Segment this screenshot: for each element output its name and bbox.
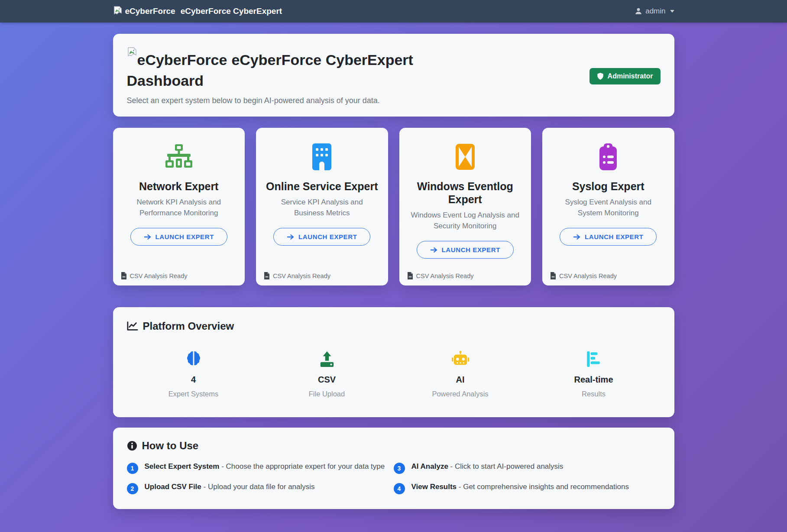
- step-number-badge: 1: [127, 463, 138, 474]
- caret-down-icon: [670, 10, 674, 13]
- administrator-badge: Administrator: [589, 68, 661, 84]
- stat-file-upload: CSV File Upload: [260, 350, 394, 398]
- launch-expert-button-online-service[interactable]: LAUNCH EXPERT: [273, 228, 370, 246]
- step-number-badge: 4: [394, 483, 405, 494]
- stat-value: AI: [456, 375, 465, 385]
- arrow-right-icon: [573, 234, 580, 240]
- arrow-right-icon: [430, 247, 437, 253]
- arrow-right-icon: [144, 234, 151, 240]
- stat-value: Real-time: [574, 375, 613, 385]
- file-csv-icon: [264, 272, 270, 279]
- launch-expert-button-syslog[interactable]: LAUNCH EXPERT: [560, 228, 657, 246]
- page-subtitle: Select an expert system below to begin A…: [127, 96, 456, 105]
- info-circle-icon: [127, 441, 137, 451]
- header-logo-alt: eCyberForce: [137, 52, 227, 68]
- step-number-badge: 3: [394, 463, 405, 474]
- stat-expert-systems: 4 Expert Systems: [127, 350, 260, 398]
- expert-card-description: Service KPI Analysis and Business Metric…: [264, 197, 380, 218]
- brain-icon: [186, 350, 201, 368]
- how-to-use-card: How to Use 1 Select Expert System - Choo…: [113, 428, 674, 509]
- navbar-brand-label: eCyberForce CyberExpert: [181, 6, 282, 16]
- step-number-badge: 2: [127, 483, 138, 494]
- csv-ready-status: CSV Analysis Ready: [550, 272, 617, 279]
- csv-ready-status: CSV Analysis Ready: [121, 272, 188, 279]
- robot-icon: [451, 350, 470, 368]
- stat-value: 4: [191, 375, 196, 385]
- navbar: eCyberForce eCyberForce CyberExpert admi…: [0, 0, 787, 23]
- launch-expert-button-windows-eventlog[interactable]: LAUNCH EXPERT: [417, 241, 514, 259]
- expert-card-network: Network Expert Network KPI Analysis and …: [113, 128, 245, 285]
- csv-ready-status: CSV Analysis Ready: [407, 272, 474, 279]
- csv-ready-status: CSV Analysis Ready: [264, 272, 330, 279]
- dashboard-header-card: eCyberForceeCyberForce CyberExpert Dashb…: [113, 34, 674, 117]
- chart-line-icon: [127, 321, 138, 331]
- stat-label: Results: [582, 390, 606, 398]
- step-3: 3 AI Analyze - Click to start AI-powered…: [394, 462, 661, 474]
- expert-card-title: Windows Eventlog Expert: [407, 180, 524, 206]
- broken-image-icon: [113, 6, 123, 17]
- upload-icon: [319, 350, 335, 368]
- platform-overview-title: Platform Overview: [127, 320, 661, 332]
- chart-bars-icon: [586, 350, 602, 368]
- window-eventlog-icon: [455, 143, 475, 171]
- person-icon: [635, 7, 642, 15]
- stat-label: Powered Analysis: [432, 390, 488, 398]
- step-1: 1 Select Expert System - Choose the appr…: [127, 462, 394, 474]
- expert-card-title: Online Service Expert: [266, 180, 378, 193]
- expert-card-syslog: Syslog Expert Syslog Event Analysis and …: [542, 128, 674, 285]
- stat-value: CSV: [318, 375, 336, 385]
- clipboard-list-icon: [598, 143, 618, 171]
- stat-powered-analysis: AI Powered Analysis: [394, 350, 527, 398]
- platform-stats-row: 4 Expert Systems CSV File Upload: [127, 350, 661, 398]
- expert-card-description: Syslog Event Analysis and System Monitor…: [550, 197, 667, 218]
- expert-cards-row: Network Expert Network KPI Analysis and …: [113, 128, 674, 285]
- building-icon: [311, 143, 332, 171]
- shield-icon: [597, 72, 604, 80]
- broken-image-icon: [127, 47, 137, 59]
- step-2: 2 Upload CSV File - Upload your data fil…: [127, 483, 394, 494]
- file-csv-icon: [121, 272, 127, 279]
- sitemap-icon: [165, 143, 193, 171]
- how-to-use-title: How to Use: [127, 440, 661, 452]
- expert-card-description: Windows Event Log Analysis and Security …: [407, 210, 524, 231]
- arrow-right-icon: [287, 234, 294, 240]
- page-background: eCyberForce eCyberForce CyberExpert admi…: [0, 0, 787, 532]
- launch-expert-button-network[interactable]: LAUNCH EXPERT: [130, 228, 227, 246]
- file-csv-icon: [550, 272, 556, 279]
- user-name: admin: [645, 7, 665, 16]
- stat-label: Expert Systems: [168, 390, 219, 398]
- navbar-brand[interactable]: eCyberForce eCyberForce CyberExpert: [113, 6, 282, 17]
- stat-realtime-results: Real-time Results: [527, 350, 661, 398]
- page-footer-text: © 2024 eCyberForce CyberExpert. AI-Power…: [113, 509, 674, 532]
- expert-card-description: Network KPI Analysis and Performance Mon…: [121, 197, 237, 218]
- page-title: eCyberForceeCyberForce CyberExpert Dashb…: [127, 47, 456, 91]
- stat-label: File Upload: [309, 390, 345, 398]
- user-dropdown[interactable]: admin: [635, 7, 674, 16]
- platform-overview-card: Platform Overview 4 Expert Systems: [113, 307, 674, 417]
- administrator-badge-label: Administrator: [608, 72, 653, 80]
- navbar-brand-alt: eCyberForce: [125, 6, 175, 16]
- file-csv-icon: [407, 272, 413, 279]
- how-to-use-steps: 1 Select Expert System - Choose the appr…: [127, 462, 661, 494]
- expert-card-windows-eventlog: Windows Eventlog Expert Windows Event Lo…: [399, 128, 531, 285]
- expert-card-online-service: Online Service Expert Service KPI Analys…: [256, 128, 388, 285]
- expert-card-title: Network Expert: [139, 180, 218, 193]
- expert-card-title: Syslog Expert: [572, 180, 644, 193]
- step-4: 4 View Results - Get comprehensive insig…: [394, 483, 661, 494]
